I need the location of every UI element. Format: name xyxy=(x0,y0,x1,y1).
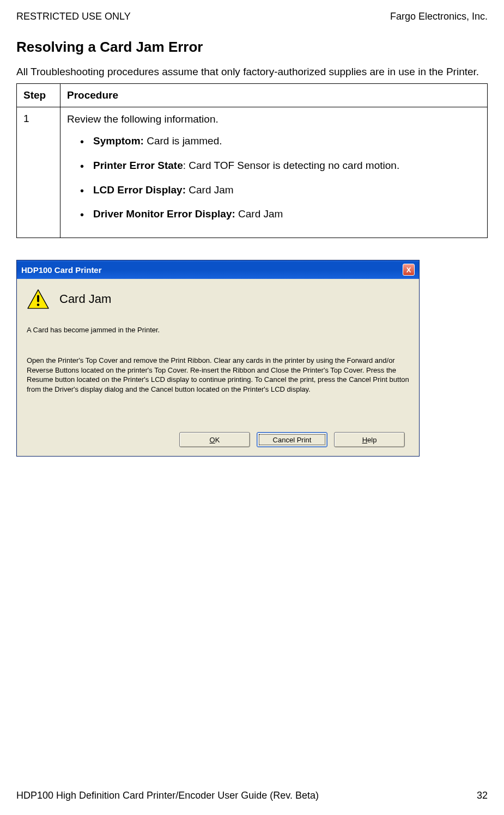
cancel-print-label: Cancel Print xyxy=(273,436,312,444)
error-short-text: A Card has become jammed in the Printer. xyxy=(27,326,409,334)
page-title: Resolving a Card Jam Error xyxy=(16,39,488,56)
list-item: Driver Monitor Error Display: Card Jam xyxy=(80,208,481,221)
list-item: Symptom: Card is jammed. xyxy=(80,135,481,148)
table-row: 1 Review the following information. Symp… xyxy=(17,107,488,238)
lcd-error-label: LCD Error Display: xyxy=(93,184,186,196)
cancel-print-button[interactable]: Cancel Print xyxy=(257,432,327,447)
page-header: RESTRICTED USE ONLY Fargo Electronics, I… xyxy=(16,11,488,22)
ok-hotkey: O xyxy=(210,436,215,444)
close-button[interactable]: X xyxy=(403,264,415,276)
procedure-list: Symptom: Card is jammed. Printer Error S… xyxy=(67,135,481,221)
help-rest: elp xyxy=(367,436,377,444)
ok-rest: K xyxy=(215,436,220,444)
dialog-titlebar[interactable]: HDP100 Card Printer X xyxy=(17,260,419,279)
col-step: Step xyxy=(17,83,60,107)
driver-monitor-label: Driver Monitor Error Display: xyxy=(93,208,235,220)
list-item: Printer Error State: Card TOF Sensor is … xyxy=(80,159,481,173)
header-right: Fargo Electronics, Inc. xyxy=(390,11,488,22)
procedure-lead: Review the following information. xyxy=(67,113,481,126)
steps-table: Step Procedure 1 Review the following in… xyxy=(16,83,488,238)
procedure-cell: Review the following information. Sympto… xyxy=(60,107,488,238)
svg-point-2 xyxy=(37,303,40,306)
printer-error-state-label: Printer Error State xyxy=(93,160,183,171)
step-number: 1 xyxy=(17,107,60,238)
intro-text: All Troubleshooting procedures assume th… xyxy=(16,65,488,79)
list-item: LCD Error Display: Card Jam xyxy=(80,184,481,197)
footer-text: HDP100 High Definition Card Printer/Enco… xyxy=(16,790,319,801)
printer-error-state-text: : Card TOF Sensor is detecting no card m… xyxy=(183,160,399,171)
help-button[interactable]: Help xyxy=(334,432,405,447)
col-procedure: Procedure xyxy=(60,83,488,107)
symptom-label: Symptom: xyxy=(93,135,144,147)
error-dialog: HDP100 Card Printer X Card Jam A Card ha… xyxy=(16,260,420,457)
table-header-row: Step Procedure xyxy=(17,83,488,107)
dialog-body: Card Jam A Card has become jammed in the… xyxy=(17,279,419,456)
error-title: Card Jam xyxy=(59,292,111,306)
ok-button[interactable]: OK xyxy=(179,432,250,447)
error-long-text: Open the Printer's Top Cover and remove … xyxy=(27,356,409,394)
page-number: 32 xyxy=(477,790,488,801)
header-left: RESTRICTED USE ONLY xyxy=(16,11,131,22)
close-icon: X xyxy=(406,266,411,274)
svg-rect-1 xyxy=(37,295,39,302)
lcd-error-text: Card Jam xyxy=(186,184,234,196)
error-header: Card Jam xyxy=(27,289,409,309)
dialog-title: HDP100 Card Printer xyxy=(21,265,102,275)
help-hotkey: H xyxy=(362,436,367,444)
driver-monitor-text: Card Jam xyxy=(235,208,283,220)
page-footer: HDP100 High Definition Card Printer/Enco… xyxy=(16,790,488,801)
warning-icon xyxy=(27,289,50,309)
button-row: OK Cancel Print Help xyxy=(27,432,409,447)
symptom-text: Card is jammed. xyxy=(144,135,222,147)
